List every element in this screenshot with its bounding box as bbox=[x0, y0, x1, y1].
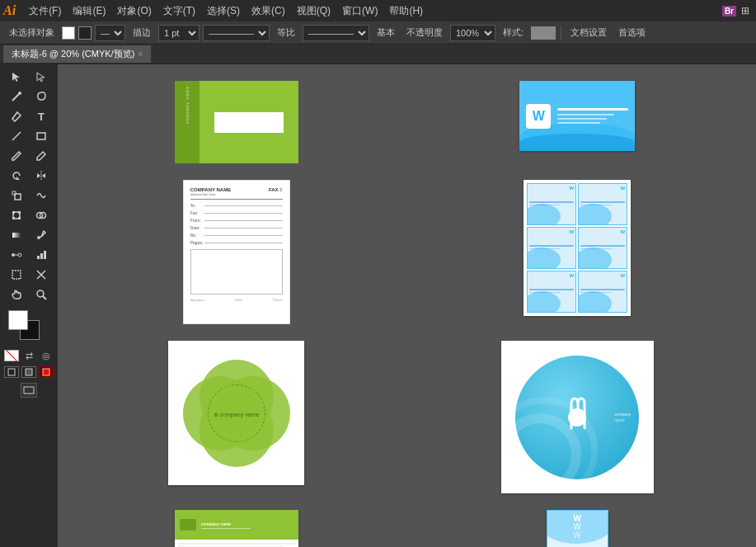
tool-row-2 bbox=[5, 87, 53, 106]
screen-view-button[interactable] bbox=[21, 383, 37, 398]
pencil-tool[interactable] bbox=[30, 147, 53, 165]
type-tool[interactable]: T bbox=[30, 107, 53, 125]
menu-select[interactable]: 选择(S) bbox=[202, 2, 245, 20]
fill-stroke-row: ⇄ ◎ bbox=[4, 350, 54, 361]
svg-line-0 bbox=[12, 94, 19, 101]
select-tool[interactable] bbox=[5, 68, 28, 86]
selection-label: 未选择对象 bbox=[5, 24, 59, 41]
style-swatch[interactable] bbox=[531, 26, 556, 40]
tool-row-11 bbox=[5, 266, 53, 284]
blend-tool[interactable] bbox=[5, 246, 28, 264]
svg-rect-21 bbox=[40, 253, 43, 259]
style-label: 样式: bbox=[499, 24, 528, 41]
warp-tool[interactable] bbox=[30, 186, 53, 205]
scale-tool[interactable] bbox=[5, 186, 28, 205]
stroke-width-select[interactable]: 1 pt bbox=[158, 25, 200, 41]
thumb-letterhead-bottom: company name bbox=[175, 510, 298, 547]
reflect-tool[interactable] bbox=[30, 167, 53, 185]
thumb-business-card-w: W bbox=[519, 81, 635, 151]
document-2: COMPANY NAME address line here FAX ≡ To:… bbox=[74, 180, 399, 324]
doc-settings-button[interactable]: 文档设置 bbox=[566, 24, 611, 41]
document-6: company name bbox=[416, 341, 740, 493]
opacity-select[interactable]: 100% bbox=[450, 25, 495, 41]
svg-rect-4 bbox=[37, 133, 45, 139]
rectangle-tool[interactable] bbox=[30, 127, 53, 145]
fill-none-button[interactable] bbox=[4, 350, 19, 361]
artboard-tool[interactable] bbox=[5, 266, 28, 284]
menu-view[interactable]: 视图(Q) bbox=[292, 2, 336, 20]
svg-point-18 bbox=[18, 253, 21, 257]
preferences-button[interactable]: 首选项 bbox=[614, 24, 650, 41]
stroke-line-select[interactable]: ————— bbox=[203, 25, 270, 41]
tool-row-12 bbox=[5, 285, 53, 304]
fullscreen-mode-button[interactable] bbox=[21, 366, 36, 378]
svg-line-2 bbox=[12, 119, 14, 120]
slice-tool[interactable] bbox=[30, 266, 53, 284]
thumb-business-card-grid: W W bbox=[524, 180, 631, 316]
menu-effect[interactable]: 效果(C) bbox=[247, 2, 290, 20]
default-colors-button[interactable]: ◎ bbox=[39, 350, 54, 361]
paintbrush-tool[interactable] bbox=[5, 147, 28, 165]
tool-row-3: T bbox=[5, 107, 53, 125]
tool-row-8 bbox=[5, 206, 53, 224]
foreground-color-box[interactable] bbox=[8, 310, 28, 330]
tab-close-button[interactable]: × bbox=[138, 50, 143, 59]
toolbar-divider-1 bbox=[561, 26, 561, 40]
rotate-tool[interactable] bbox=[5, 167, 28, 185]
stroke-color-swatch[interactable] bbox=[78, 26, 92, 40]
svg-rect-12 bbox=[12, 217, 15, 219]
thumb-fax-form: COMPANY NAME address line here FAX ≡ To:… bbox=[183, 180, 290, 324]
gradient-tool[interactable] bbox=[5, 226, 28, 244]
menu-file[interactable]: 文件(F) bbox=[24, 2, 66, 20]
document-5: ⊕ company name bbox=[74, 341, 399, 493]
menu-bar: Ai 文件(F) 编辑(E) 对象(O) 文字(T) 选择(S) 效果(C) 视… bbox=[0, 0, 756, 21]
line-tool[interactable] bbox=[5, 127, 28, 145]
workspace-icon[interactable]: ⊞ bbox=[738, 3, 753, 18]
svg-point-1 bbox=[18, 92, 21, 95]
document-8: W W W bbox=[416, 510, 740, 547]
view-mode-row bbox=[4, 366, 54, 378]
tool-row-7 bbox=[5, 186, 53, 205]
lasso-tool[interactable] bbox=[30, 87, 53, 106]
opacity-label: 不透明度 bbox=[402, 24, 447, 41]
zoom-tool[interactable] bbox=[30, 285, 53, 304]
svg-rect-10 bbox=[12, 211, 15, 214]
main-layout: T bbox=[0, 64, 756, 547]
mask-mode-button[interactable] bbox=[39, 366, 54, 378]
tool-row-9 bbox=[5, 226, 53, 244]
thumb-cd-disc: company name bbox=[501, 341, 654, 493]
svg-rect-30 bbox=[43, 369, 49, 375]
left-toolbar: T bbox=[0, 64, 58, 547]
eyedropper-tool[interactable] bbox=[30, 226, 53, 244]
document-1: company name bbox=[74, 81, 399, 163]
canvas-wrapper: company name bbox=[58, 64, 756, 547]
tab-document[interactable]: 未标题-6 @ 20% (CMYK/预览) × bbox=[3, 45, 152, 63]
direct-select-tool[interactable] bbox=[30, 68, 53, 86]
tool-row-10 bbox=[5, 246, 53, 264]
tool-row-4 bbox=[5, 127, 53, 145]
app-logo: Ai bbox=[3, 3, 16, 18]
hand-tool[interactable] bbox=[5, 285, 28, 304]
svg-point-17 bbox=[12, 253, 15, 257]
menu-text[interactable]: 文字(T) bbox=[158, 2, 200, 20]
svg-rect-28 bbox=[8, 369, 15, 375]
stroke-label: 描边 bbox=[129, 24, 155, 41]
canvas-area[interactable]: company name bbox=[58, 64, 756, 547]
menu-object[interactable]: 对象(O) bbox=[112, 2, 156, 20]
swap-colors-button[interactable]: ⇄ bbox=[21, 350, 36, 361]
document-7: company name bbox=[74, 510, 399, 547]
fill-color-swatch[interactable] bbox=[62, 26, 75, 40]
blend-mode-select[interactable]: ————— bbox=[303, 25, 369, 41]
magic-wand-tool[interactable] bbox=[5, 87, 28, 106]
chart-tool[interactable] bbox=[30, 246, 53, 264]
menu-help[interactable]: 帮助(H) bbox=[384, 2, 428, 20]
menu-window[interactable]: 窗口(W) bbox=[337, 2, 383, 20]
stroke-type-select[interactable]: — bbox=[95, 25, 125, 41]
normal-mode-button[interactable] bbox=[4, 366, 19, 378]
svg-rect-16 bbox=[12, 233, 21, 238]
free-transform-tool[interactable] bbox=[5, 206, 28, 224]
shape-builder-tool[interactable] bbox=[30, 206, 53, 224]
svg-rect-13 bbox=[18, 217, 21, 219]
pen-tool[interactable] bbox=[5, 107, 28, 125]
menu-edit[interactable]: 编辑(E) bbox=[68, 2, 110, 20]
